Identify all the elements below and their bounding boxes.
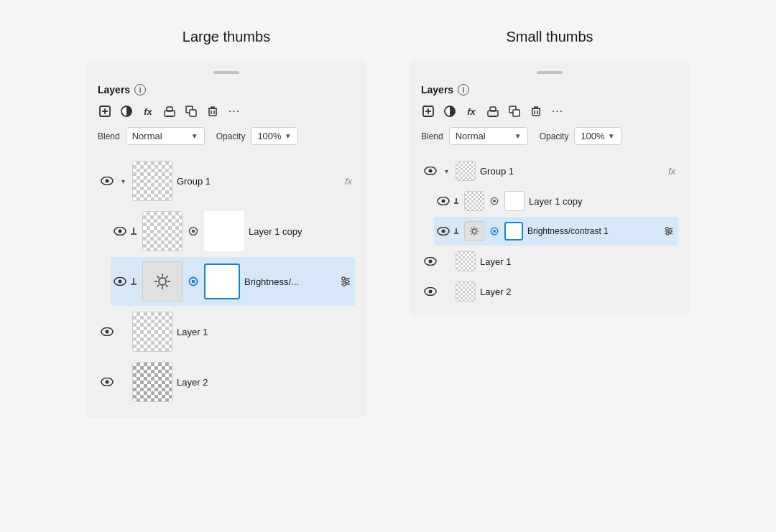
drag-handle[interactable] <box>537 71 563 74</box>
circle-half-icon[interactable] <box>119 104 134 118</box>
blend-select[interactable]: Normal ▼ <box>449 127 528 145</box>
small-thumbs-section: Small thumbs Layers i <box>410 29 690 317</box>
svg-rect-19 <box>192 230 195 233</box>
more-icon[interactable]: ··· <box>550 104 565 118</box>
toolbar-small: fx <box>421 104 678 118</box>
adjustment-thumbnail <box>464 221 484 241</box>
layers-icon[interactable] <box>184 104 198 118</box>
add-layer-icon[interactable] <box>98 104 112 118</box>
blend-select[interactable]: Normal ▼ <box>126 127 205 145</box>
blend-value: Normal <box>456 131 486 141</box>
visibility-icon[interactable] <box>424 285 437 298</box>
trash-icon[interactable] <box>529 104 543 118</box>
layers-list-large: ▾ Group 1 fx <box>98 157 355 406</box>
panel-header: Layers i <box>421 84 678 95</box>
svg-rect-62 <box>493 200 495 202</box>
layer-row[interactable]: Layer 2 <box>98 358 355 406</box>
visibility-icon[interactable] <box>114 225 126 238</box>
panel-header: Layers i <box>98 84 355 95</box>
trash-icon[interactable] <box>205 104 220 118</box>
blend-dropdown-arrow: ▼ <box>514 132 522 140</box>
svg-rect-11 <box>209 108 216 116</box>
svg-point-64 <box>442 230 445 233</box>
svg-line-30 <box>157 285 160 287</box>
visibility-icon[interactable] <box>101 174 114 187</box>
layer-name: Group 1 <box>480 166 664 177</box>
svg-rect-52 <box>513 110 519 116</box>
visibility-icon[interactable] <box>437 225 450 238</box>
visibility-icon[interactable] <box>424 164 437 177</box>
layer-thumbnail <box>132 362 172 402</box>
svg-point-83 <box>429 260 433 263</box>
layer-thumbnail <box>456 281 476 302</box>
svg-line-72 <box>476 228 478 230</box>
large-thumbs-title: Large thumbs <box>183 29 270 45</box>
layer-name: Layer 2 <box>480 286 675 297</box>
small-thumbs-title: Small thumbs <box>506 29 593 45</box>
more-icon[interactable]: ··· <box>227 104 241 118</box>
blend-label: Blend <box>98 131 120 141</box>
svg-rect-75 <box>493 230 495 232</box>
fx-icon[interactable]: fx <box>141 104 155 118</box>
opacity-dropdown-arrow: ▼ <box>608 132 615 140</box>
large-thumbs-section: Large thumbs Layers i <box>86 29 366 418</box>
blend-value: Normal <box>132 131 162 141</box>
layer-thumbnail <box>464 191 484 211</box>
svg-point-36 <box>342 277 345 280</box>
opacity-select[interactable]: 100% ▼ <box>574 127 621 145</box>
layer-row[interactable]: Layer 1 <box>421 247 678 276</box>
circle-half-icon[interactable] <box>443 104 457 118</box>
svg-point-81 <box>666 233 669 235</box>
svg-line-73 <box>471 233 473 235</box>
layers-icon[interactable] <box>507 104 522 118</box>
add-layer-icon[interactable] <box>421 104 435 118</box>
blend-label: Blend <box>421 131 443 141</box>
visibility-icon[interactable] <box>101 375 114 388</box>
layer-name: Layer 1 <box>480 256 675 267</box>
svg-point-21 <box>119 280 122 284</box>
layer-row-selected[interactable]: Brightness/contrast 1 <box>434 217 678 246</box>
layer-row[interactable]: Layer 1 <box>98 307 355 356</box>
chevron-icon[interactable]: ▾ <box>118 176 128 186</box>
stamp-icon[interactable] <box>486 104 500 118</box>
visibility-icon[interactable] <box>114 275 126 288</box>
fx-icon[interactable]: fx <box>464 104 479 118</box>
layer-thumbnail <box>142 211 183 251</box>
info-icon[interactable]: i <box>458 84 469 95</box>
blend-dropdown-arrow: ▼ <box>191 132 198 140</box>
adjust-icon[interactable] <box>339 275 352 288</box>
svg-point-40 <box>106 330 109 334</box>
small-thumbs-panel: Layers i fx <box>410 60 690 317</box>
svg-point-38 <box>343 283 346 286</box>
opacity-select[interactable]: 100% ▼ <box>251 127 297 145</box>
svg-point-80 <box>669 230 672 233</box>
mask-thumbnail-selected <box>204 263 240 299</box>
layer-row[interactable]: ▾ Group 1 fx <box>421 157 678 185</box>
svg-point-58 <box>429 169 433 173</box>
drag-handle[interactable] <box>213 71 239 74</box>
blend-row: Blend Normal ▼ Opacity 100% ▼ <box>98 127 355 145</box>
layer-name: Layer 2 <box>177 377 352 388</box>
mask-thumbnail <box>504 191 525 211</box>
info-icon[interactable]: i <box>134 84 146 95</box>
visibility-icon[interactable] <box>101 325 114 338</box>
opacity-dropdown-arrow: ▼ <box>285 132 292 140</box>
svg-point-42 <box>106 381 109 384</box>
opacity-value: 100% <box>257 131 281 141</box>
layer-name: Layer 1 copy <box>529 196 675 207</box>
stamp-icon[interactable] <box>162 104 177 118</box>
layer-row[interactable]: Layer 1 copy <box>111 207 355 256</box>
visibility-icon[interactable] <box>437 195 450 207</box>
svg-line-28 <box>166 285 168 287</box>
layer-row-selected[interactable]: Brightness/... <box>111 257 355 306</box>
svg-line-27 <box>157 276 160 279</box>
adjust-icon[interactable] <box>662 225 675 238</box>
visibility-icon[interactable] <box>424 255 437 268</box>
mask-thumbnail-selected <box>504 222 523 241</box>
chevron-icon[interactable]: ▾ <box>441 166 451 176</box>
layer-name: Brightness/... <box>244 276 316 287</box>
layer-row[interactable]: Layer 1 copy <box>434 187 678 215</box>
layer-row[interactable]: ▾ Group 1 fx <box>98 157 355 205</box>
layer-row[interactable]: Layer 2 <box>421 277 678 306</box>
opacity-label: Opacity <box>216 131 246 141</box>
